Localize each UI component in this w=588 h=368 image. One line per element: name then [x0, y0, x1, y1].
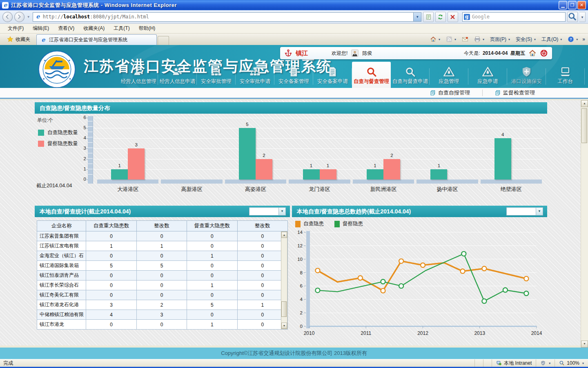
search-options-dropdown[interactable]: ▼	[579, 12, 586, 22]
nav-item-11[interactable]: 港口设施保安	[507, 62, 546, 88]
search-input[interactable]: g Google	[462, 12, 566, 22]
tab-bar: 收藏夹 e 江苏省港口安全监管与应急管理系统 页面(P) 安全(S) 工具(O)	[0, 34, 588, 45]
menu-item-5[interactable]: 帮助(H)	[134, 23, 160, 34]
table-scrollbar[interactable]: ▲ ▼	[281, 231, 287, 329]
nav-item-4[interactable]: 安全审批申请	[236, 62, 274, 88]
zoom-control[interactable]: 100%	[555, 359, 588, 367]
stop-button[interactable]	[448, 12, 458, 22]
bar-value-label: 4	[498, 132, 508, 137]
nav-item-1[interactable]: 经营人信息管理	[119, 62, 158, 88]
refresh-icon	[437, 14, 443, 20]
menu-item-3[interactable]: 收藏夹(A)	[79, 23, 109, 34]
tools-menu-button[interactable]: 工具(O)	[539, 34, 564, 44]
trend-line-督察隐患	[318, 254, 526, 301]
nav-item-5[interactable]: 安全备案管理	[274, 62, 313, 88]
bar-chart-note: 截止2014.04.04	[36, 182, 72, 189]
svg-text:?: ?	[570, 37, 572, 41]
table-cell: 5	[136, 261, 187, 271]
logout-button[interactable]	[540, 49, 548, 57]
google-logo-icon: g	[464, 14, 470, 20]
trend-point	[461, 251, 466, 256]
restore-button[interactable]: ❐	[568, 1, 577, 9]
subnav-item-1[interactable]: 自查自报管理	[418, 89, 482, 96]
trend-period-select[interactable]: ▼	[506, 207, 543, 215]
history-dropdown[interactable]: ▼	[26, 15, 31, 19]
safety-menu-button[interactable]: 安全(S)	[513, 34, 538, 44]
trend-legend-swatch	[295, 221, 301, 227]
table-cell: 1	[187, 280, 237, 290]
zoom-icon	[559, 360, 565, 366]
nav-item-label: 安全备案申请	[317, 78, 348, 85]
nav-item-7[interactable]: 自查与督查管理	[352, 62, 391, 88]
search-icon	[405, 65, 416, 77]
flow-icon	[249, 65, 261, 77]
trend-point	[503, 288, 508, 292]
search-button[interactable]	[567, 12, 578, 22]
svg-text:14: 14	[297, 230, 303, 235]
compatibility-button[interactable]	[423, 12, 434, 22]
nav-item-10[interactable]: 应急申请	[468, 62, 507, 88]
table-row: 江苏镇江发电有限1100	[37, 241, 288, 251]
new-tab-button[interactable]	[158, 36, 169, 45]
browser-tab[interactable]: e 江苏省港口安全监管与应急管理系统	[36, 34, 157, 45]
print-button[interactable]	[472, 34, 487, 44]
stats-table-head-row: 企业名称自查重大隐患数整改数督查重大隐患数整改数	[37, 221, 288, 231]
bar-自查隐患数量-新民洲港区	[367, 169, 383, 180]
refresh-button[interactable]	[435, 12, 446, 22]
table-cell: 1	[136, 241, 187, 251]
nav-item-12[interactable]: 工作台	[546, 62, 585, 88]
flow-icon	[211, 65, 222, 77]
page-menu-button[interactable]: 页面(P)	[488, 34, 512, 44]
scroll-thumb[interactable]	[281, 301, 287, 317]
scroll-down-button[interactable]: ▼	[281, 323, 287, 329]
forward-button[interactable]	[14, 12, 24, 22]
favorites-label: 收藏夹	[16, 36, 30, 43]
x-axis-category-label: 绝壁港区	[483, 186, 540, 193]
trend-chart-body: 自查隐患督察隐患 0246810121420102011201220132014	[292, 217, 547, 341]
address-dropdown-button[interactable]: ▼	[413, 13, 421, 21]
page-scroll-thumb[interactable]	[581, 108, 587, 143]
nav-item-3[interactable]: 安全审批管理	[197, 62, 236, 88]
home-icon	[430, 36, 437, 43]
toolbar-overflow-button[interactable]: »	[581, 36, 586, 42]
page-scroll-down-button[interactable]: ▼	[581, 341, 588, 348]
minimize-button[interactable]: ▁	[559, 1, 567, 9]
nav-item-9[interactable]: 应急管理	[430, 62, 468, 88]
tab-favicon: e	[40, 37, 47, 43]
favorites-button[interactable]: 收藏夹	[3, 34, 34, 44]
subnav-item-2[interactable]: 监督检查管理	[483, 89, 547, 96]
menu-item-4[interactable]: 工具(T)	[109, 23, 134, 34]
page-scroll-up-button[interactable]: ▲	[581, 100, 588, 107]
svg-text:4: 4	[300, 297, 303, 302]
portal-home-button[interactable]	[528, 49, 537, 57]
bar-督察隐患数量-龙门港区	[320, 169, 336, 180]
table-cell: 0	[237, 320, 287, 330]
page-scrollbar[interactable]: ▲ ▼	[581, 100, 588, 348]
svg-text:8: 8	[300, 270, 303, 275]
gridline	[93, 148, 543, 149]
x-axis-baseline	[481, 180, 542, 184]
trend-point	[421, 263, 425, 267]
protected-mode-button[interactable]	[536, 359, 555, 367]
menu-item-2[interactable]: 查看(V)	[53, 23, 79, 34]
x-axis-category-label: 扬中港区	[419, 186, 476, 193]
home-button[interactable]	[428, 34, 443, 44]
nav-item-2[interactable]: 经营人信息申请	[158, 62, 197, 88]
nav-item-6[interactable]: 安全备案申请	[313, 62, 352, 88]
scroll-up-button[interactable]: ▲	[281, 232, 287, 238]
menu-item-1[interactable]: 编辑(E)	[28, 23, 53, 34]
nav-item-8[interactable]: 自查与督查申请	[391, 62, 430, 88]
back-button[interactable]	[2, 12, 13, 22]
feeds-button[interactable]	[443, 34, 459, 44]
close-button[interactable]: ✕	[577, 1, 586, 9]
doc-icon	[327, 65, 338, 77]
menu-item-0[interactable]: 文件(F)	[3, 23, 28, 34]
stop-icon	[450, 14, 456, 20]
trend-point	[399, 284, 403, 288]
mail-button[interactable]	[459, 34, 471, 44]
stats-period-select[interactable]: ▼	[249, 207, 286, 215]
help-button[interactable]: ?	[565, 34, 580, 44]
table-cell: 镇江奇美化工有限	[37, 290, 86, 300]
address-input[interactable]: e http://localhost:8080/yjpt/Main.html ▼	[33, 12, 421, 22]
title-bar: e 江苏省港口安全监管与应急管理系统 - Windows Internet Ex…	[0, 0, 588, 10]
